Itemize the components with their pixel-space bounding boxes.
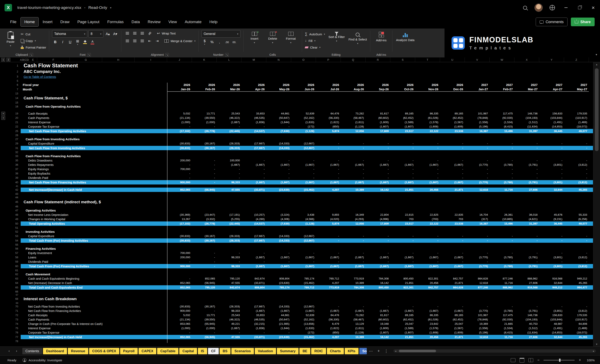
- sheet-tab-capital[interactable]: Capital: [179, 348, 197, 354]
- cell[interactable]: (14,537): [242, 129, 267, 133]
- cell[interactable]: 12,618: [465, 187, 490, 192]
- row-number[interactable]: 33: [8, 154, 20, 158]
- cell[interactable]: 2027: [465, 83, 490, 87]
- cell[interactable]: (33,871): [242, 281, 267, 285]
- wrap-text-button[interactable]: ↩Wrap Text: [157, 31, 176, 36]
- format-painter-button[interactable]: Format Painter: [21, 45, 46, 50]
- scrollbar-thumb[interactable]: [399, 350, 436, 352]
- cell[interactable]: (1,469): [564, 326, 589, 330]
- row-number[interactable]: 52: [8, 229, 20, 234]
- cell[interactable]: 16,387: [465, 129, 490, 133]
- cell[interactable]: (30,833): [168, 141, 192, 146]
- cell[interactable]: 853,065: [168, 322, 192, 326]
- cell[interactable]: (22,445): [217, 129, 242, 133]
- cell[interactable]: -: [168, 163, 192, 167]
- cut-button[interactable]: ✂Cut: [21, 31, 46, 37]
- column-header[interactable]: U: [440, 57, 465, 62]
- cell[interactable]: 25,047: [441, 322, 465, 326]
- expand-row-group-icon[interactable]: +: [1, 112, 5, 116]
- cell[interactable]: (1,608): [416, 124, 441, 129]
- cell[interactable]: -: [515, 259, 540, 264]
- cell[interactable]: (92,030): [490, 317, 515, 322]
- zoom-level[interactable]: 100%: [585, 358, 595, 362]
- cell[interactable]: -: [366, 251, 391, 255]
- cell[interactable]: -: [217, 167, 242, 171]
- cell[interactable]: (1,128): [291, 129, 316, 133]
- row-number[interactable]: 76: [8, 330, 20, 335]
- cell[interactable]: 20,456: [416, 335, 441, 339]
- cell[interactable]: (1,000): [192, 326, 217, 330]
- row-number[interactable]: 70: [8, 304, 20, 309]
- delete-cells-button[interactable]: × Delete ▾: [265, 30, 281, 52]
- cell[interactable]: (1,667): [316, 264, 341, 269]
- cell[interactable]: -: [564, 171, 589, 176]
- cell[interactable]: (3,801): [540, 180, 564, 185]
- cell[interactable]: 47,555: [217, 281, 242, 285]
- add-sheet-button[interactable]: +: [375, 349, 382, 353]
- cell[interactable]: 20,456: [416, 187, 441, 192]
- cell[interactable]: 22,825: [416, 213, 441, 217]
- cell[interactable]: 2026: [366, 83, 391, 87]
- cell[interactable]: 89,165: [391, 111, 416, 116]
- cell[interactable]: (23,447): [192, 213, 217, 217]
- cell[interactable]: (11,634): [515, 124, 540, 129]
- cell[interactable]: (14,333): [267, 234, 291, 238]
- cell[interactable]: (1,667): [291, 180, 316, 185]
- row-number[interactable]: 35: [8, 158, 20, 163]
- cell[interactable]: -: [391, 238, 416, 243]
- cell[interactable]: (10,865): [490, 217, 515, 221]
- cell[interactable]: 769,712: [291, 285, 316, 290]
- sheet-tab-roic[interactable]: ROIC: [311, 348, 326, 354]
- cell[interactable]: (4,306): [267, 217, 291, 221]
- cell[interactable]: (15,462): [291, 187, 316, 192]
- cell[interactable]: (8,415): [490, 124, 515, 129]
- cell[interactable]: (1,667): [441, 309, 465, 313]
- cell[interactable]: 25,543: [217, 111, 242, 116]
- cell[interactable]: 47,555: [217, 187, 242, 192]
- cell[interactable]: 2026: [267, 83, 291, 87]
- cell[interactable]: -: [441, 304, 465, 309]
- cell[interactable]: 2026: [242, 83, 267, 87]
- cell[interactable]: (14,537): [242, 221, 267, 226]
- cell[interactable]: (172): [291, 330, 316, 335]
- italic-button[interactable]: I: [60, 39, 66, 45]
- cell[interactable]: -: [267, 124, 291, 129]
- cell[interactable]: 864,628: [465, 276, 490, 281]
- menu-tab-help[interactable]: Help: [206, 17, 221, 27]
- cell[interactable]: (1,667): [316, 309, 341, 313]
- cell[interactable]: (62,452): [391, 116, 416, 120]
- row-number[interactable]: 69: [8, 302, 20, 304]
- cell[interactable]: 800,450: [391, 276, 416, 281]
- cell[interactable]: 822,301: [391, 285, 416, 290]
- row-number[interactable]: 31: [8, 146, 20, 150]
- cell[interactable]: -: [341, 304, 366, 309]
- cell[interactable]: 5,874: [316, 221, 341, 226]
- cell[interactable]: (1,667): [291, 163, 316, 167]
- cell[interactable]: -: [490, 141, 515, 146]
- cell[interactable]: (1,491): [540, 326, 564, 330]
- cell[interactable]: -: [217, 330, 242, 335]
- restore-button[interactable]: [573, 0, 586, 15]
- sheet-tab-charts[interactable]: Charts: [327, 348, 344, 354]
- cell[interactable]: 842,757: [416, 285, 441, 290]
- prev-sheet-icon[interactable]: ‹: [5, 349, 13, 353]
- column-header[interactable]: N: [266, 57, 291, 62]
- cell[interactable]: -: [291, 167, 316, 171]
- cell[interactable]: (3,770): [465, 264, 490, 269]
- cell[interactable]: Mar-26: [217, 87, 242, 91]
- cell[interactable]: 900,000: [168, 309, 192, 313]
- column-header[interactable]: M: [242, 57, 266, 62]
- cell[interactable]: (62,452): [441, 116, 465, 120]
- column-header[interactable]: C: [24, 57, 27, 62]
- cell[interactable]: (3,801): [540, 309, 564, 313]
- cell[interactable]: 852,065: [168, 335, 192, 339]
- row-number[interactable]: 49: [8, 217, 20, 221]
- cell[interactable]: (50,647): [267, 116, 291, 120]
- cell[interactable]: -: [540, 171, 564, 176]
- cell[interactable]: 4,207: [316, 281, 341, 285]
- cell[interactable]: (1,644): [267, 326, 291, 330]
- cell[interactable]: (1,607): [391, 124, 416, 129]
- cell[interactable]: 900,000: [168, 264, 192, 269]
- cell[interactable]: 3,438: [291, 213, 316, 217]
- cell[interactable]: (3,780): [490, 163, 515, 167]
